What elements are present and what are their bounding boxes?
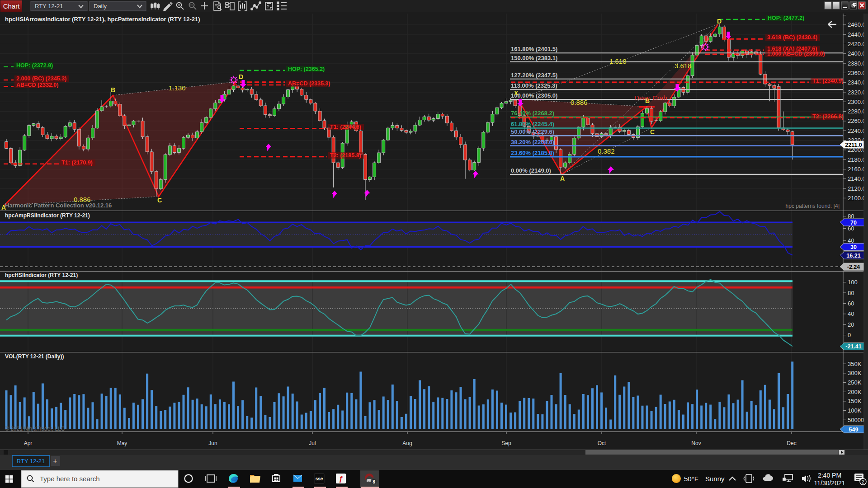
- svg-text:50.00% (2229.6): 50.00% (2229.6): [511, 128, 554, 135]
- svg-text:HOP: (2477.2): HOP: (2477.2): [768, 15, 804, 21]
- svg-text:2280.0: 2280.0: [848, 108, 866, 115]
- svg-text:30: 30: [850, 244, 857, 250]
- svg-text:Sunny: Sunny: [705, 475, 725, 483]
- svg-text:hpcHSIArrowsIndicator (RTY 12-: hpcHSIArrowsIndicator (RTY 12-21), hpcPa…: [5, 16, 200, 23]
- svg-text:D: D: [239, 73, 243, 80]
- svg-text:RTY 12-21: RTY 12-21: [17, 458, 45, 465]
- svg-text:50000: 50000: [848, 417, 864, 423]
- svg-text:Dec: Dec: [787, 440, 796, 446]
- svg-text:2.000 (BC) (2345.3): 2.000 (BC) (2345.3): [16, 75, 66, 82]
- svg-text:1.618: 1.618: [609, 57, 627, 65]
- svg-text:T1: (2170.9): T1: (2170.9): [61, 160, 93, 166]
- svg-text:RTY 12-21: RTY 12-21: [35, 3, 63, 9]
- svg-text:16.21: 16.21: [846, 253, 860, 259]
- svg-text:250K: 250K: [848, 379, 862, 386]
- svg-text:2180.0: 2180.0: [848, 156, 866, 163]
- svg-text:T2: (2266.8): T2: (2266.8): [812, 113, 844, 120]
- svg-text:sse: sse: [316, 476, 323, 481]
- svg-text:2240.0: 2240.0: [848, 127, 866, 134]
- svg-text:80: 80: [848, 290, 854, 296]
- svg-text:B: B: [111, 86, 115, 94]
- svg-text:D: D: [717, 18, 722, 25]
- svg-text:hpcHSIIndicator (RTY 12-21): hpcHSIIndicator (RTY 12-21): [5, 272, 78, 278]
- svg-text:2:40 PM: 2:40 PM: [818, 472, 841, 479]
- svg-text:2100.0: 2100.0: [848, 195, 866, 202]
- svg-text:May: May: [117, 440, 127, 446]
- svg-text:161.80% (2401.5): 161.80% (2401.5): [511, 46, 557, 52]
- svg-text:549: 549: [849, 427, 859, 433]
- svg-text:2160.0: 2160.0: [848, 166, 866, 173]
- svg-text:2400.0: 2400.0: [848, 50, 866, 57]
- svg-text:Jul: Jul: [309, 440, 316, 446]
- svg-text:2360.0: 2360.0: [848, 70, 866, 76]
- svg-text:60: 60: [848, 300, 854, 307]
- svg-text:Apr: Apr: [24, 440, 33, 446]
- svg-text:200K: 200K: [848, 389, 862, 395]
- svg-text:ƒ: ƒ: [339, 474, 343, 483]
- svg-text:2440.0: 2440.0: [848, 31, 866, 38]
- svg-text:150.00% (2383.1): 150.00% (2383.1): [511, 55, 557, 61]
- svg-text:70: 70: [850, 220, 857, 226]
- svg-text:2340.0: 2340.0: [848, 79, 866, 86]
- svg-text:23.60% (2185.8): 23.60% (2185.8): [511, 150, 554, 156]
- svg-text:X: X: [514, 89, 519, 97]
- svg-text:38.20% (2208.6): 38.20% (2208.6): [511, 139, 554, 145]
- svg-text:61.80% (2245.4): 61.80% (2245.4): [511, 121, 554, 127]
- svg-text:0.00% (2149.0): 0.00% (2149.0): [511, 167, 551, 174]
- svg-text:1.130: 1.130: [169, 84, 186, 92]
- svg-text:0.382: 0.382: [598, 147, 615, 155]
- svg-text:300K: 300K: [848, 370, 862, 376]
- svg-text:0: 0: [848, 332, 851, 338]
- svg-text:VOL(RTY 12-21 (Daily)): VOL(RTY 12-21 (Daily)): [5, 353, 64, 360]
- svg-text:2460.0: 2460.0: [848, 21, 866, 28]
- svg-text:150K: 150K: [848, 398, 862, 404]
- svg-text:3.618 (BC) (2430.4): 3.618 (BC) (2430.4): [767, 34, 817, 41]
- svg-text:40: 40: [848, 310, 854, 317]
- svg-text:Chart: Chart: [3, 2, 20, 10]
- svg-text:100: 100: [848, 279, 858, 286]
- svg-text:20: 20: [848, 321, 854, 328]
- svg-text:2260.0: 2260.0: [848, 117, 866, 124]
- svg-text:hpc patterns found: [4]: hpc patterns found: [4]: [786, 203, 840, 209]
- svg-text:76.40% (2268.2): 76.40% (2268.2): [511, 110, 554, 117]
- svg-text:Oct: Oct: [598, 440, 606, 446]
- svg-text:2120.0: 2120.0: [848, 185, 866, 192]
- svg-text:2140.0: 2140.0: [848, 175, 866, 182]
- svg-text:hpcAmpRSIIndicator (RTY 12-21): hpcAmpRSIIndicator (RTY 12-21): [5, 212, 90, 219]
- svg-text:2420.0: 2420.0: [848, 41, 866, 47]
- svg-text:AB=CD (2335.3): AB=CD (2335.3): [288, 80, 330, 87]
- svg-text:2320.0: 2320.0: [848, 89, 866, 96]
- svg-text:Nov: Nov: [691, 440, 701, 446]
- svg-text:Sep: Sep: [501, 440, 511, 446]
- svg-text:2380.0: 2380.0: [848, 60, 866, 67]
- svg-text:3.618: 3.618: [675, 62, 692, 70]
- svg-text:100K: 100K: [848, 407, 862, 414]
- svg-text:127.20% (2347.5): 127.20% (2347.5): [511, 72, 557, 79]
- svg-text:350K: 350K: [848, 361, 862, 367]
- svg-text:HOP: (2365.2): HOP: (2365.2): [288, 66, 325, 72]
- svg-text:T1: (2340.9): T1: (2340.9): [812, 78, 844, 84]
- svg-text:2211.0: 2211.0: [845, 142, 862, 148]
- svg-text:HOP: (2372.9): HOP: (2372.9): [16, 62, 53, 69]
- svg-text:11/30/2021: 11/30/2021: [814, 479, 845, 487]
- svg-text:T2: (2185.8): T2: (2185.8): [330, 152, 361, 159]
- svg-text:-21.41: -21.41: [845, 343, 861, 350]
- svg-text:0.886: 0.886: [571, 99, 588, 106]
- svg-text:C: C: [650, 128, 655, 136]
- svg-text:Daily: Daily: [94, 3, 107, 9]
- svg-text:50°F: 50°F: [684, 475, 698, 483]
- svg-text:C: C: [157, 197, 162, 204]
- svg-text:Deep Crab: Deep Crab: [634, 94, 667, 102]
- svg-text:Harmonic Pattern Collection v2: Harmonic Pattern Collection v20.12.16: [5, 202, 112, 209]
- svg-text:AB=CD (2332.0): AB=CD (2332.0): [16, 82, 58, 88]
- svg-text:Aug: Aug: [402, 440, 412, 446]
- svg-text:Jun: Jun: [208, 440, 217, 446]
- svg-text:A: A: [560, 175, 565, 182]
- svg-text:2: 2: [862, 479, 864, 484]
- svg-text:© 2021 NinjaTrader, LLC: © 2021 NinjaTrader, LLC: [5, 426, 65, 432]
- svg-text:T1: (2244.6): T1: (2244.6): [330, 124, 361, 130]
- svg-text:2300.0: 2300.0: [848, 99, 866, 105]
- svg-text:Type here to search: Type here to search: [40, 475, 100, 483]
- svg-text:1.000 AB=CD (2399.0): 1.000 AB=CD (2399.0): [767, 51, 825, 57]
- svg-text:-2.24: -2.24: [847, 264, 860, 270]
